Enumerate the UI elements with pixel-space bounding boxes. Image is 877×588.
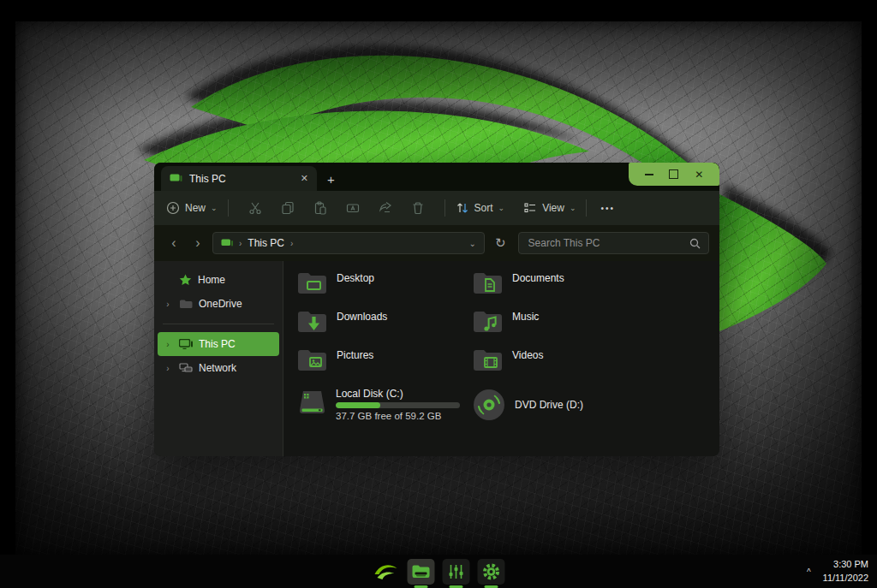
- cut-icon[interactable]: [248, 201, 262, 215]
- running-indicator: [450, 585, 463, 588]
- folder-tile-videos[interactable]: Videos: [472, 347, 647, 385]
- search-icon: [689, 238, 701, 249]
- taskbar: ^ 3:30 PM 11/11/2022: [0, 555, 877, 588]
- tab-title: This PC: [189, 173, 294, 185]
- downloads-folder-icon: [296, 308, 328, 335]
- sliders-mixer-icon: [448, 564, 465, 579]
- videos-folder-icon: [472, 347, 504, 373]
- chevron-down-icon: ⌄: [498, 204, 505, 212]
- view-button[interactable]: View ⌄: [523, 201, 576, 215]
- toolbar-divider: [228, 199, 229, 217]
- expand-chevron-icon[interactable]: ›: [163, 300, 173, 309]
- breadcrumb-chevron-icon: ›: [239, 239, 242, 248]
- clock-date: 11/11/2022: [823, 572, 868, 585]
- command-bar: New ⌄: [154, 191, 719, 225]
- folder-tile-downloads[interactable]: Downloads: [296, 308, 472, 347]
- breadcrumb-chevron-icon[interactable]: ›: [290, 239, 293, 248]
- taskbar-mixer-app[interactable]: [443, 559, 470, 585]
- navigation-pane: Home › OneDrive › This PC ›: [154, 261, 283, 456]
- file-explorer-window: This PC ✕ + ✕ New ⌄: [154, 163, 719, 456]
- address-dropdown-icon[interactable]: ⌄: [469, 239, 476, 248]
- sidebar-item-onedrive[interactable]: › OneDrive: [158, 292, 279, 316]
- view-list-icon: [523, 201, 537, 215]
- tray-chevron-up-icon[interactable]: ^: [807, 567, 811, 577]
- paste-icon[interactable]: [313, 201, 327, 215]
- toolbar-divider: [444, 199, 445, 217]
- taskbar-center-icons: [373, 555, 505, 588]
- breadcrumb-this-pc[interactable]: This PC: [248, 237, 284, 249]
- expand-chevron-icon[interactable]: ›: [163, 340, 173, 349]
- drives-row: Local Disk (C:) 37.7 GB free of 59.2 GB: [296, 388, 719, 422]
- plus-circle-icon: [166, 201, 180, 215]
- this-pc-monitor-icon: [170, 174, 182, 184]
- file-explorer-icon: [412, 564, 431, 579]
- sidebar-item-network[interactable]: › Network: [158, 356, 279, 380]
- drive-tile-local-disk-c[interactable]: Local Disk (C:) 37.7 GB free of 59.2 GB: [296, 388, 472, 422]
- folder-tile-pictures[interactable]: Pictures: [296, 347, 472, 385]
- disk-free-text: 37.7 GB free of 59.2 GB: [336, 411, 460, 421]
- minimize-icon[interactable]: [645, 174, 653, 175]
- taskbar-settings-app[interactable]: [478, 559, 505, 585]
- new-tab-button[interactable]: +: [327, 172, 335, 187]
- tab-close-icon[interactable]: ✕: [301, 173, 308, 184]
- disk-usage-fill: [336, 402, 380, 408]
- close-icon[interactable]: ✕: [695, 169, 703, 181]
- this-pc-monitor-icon: [179, 339, 193, 349]
- documents-folder-icon: [472, 270, 504, 296]
- running-indicator: [485, 585, 498, 588]
- explorer-body: Home › OneDrive › This PC ›: [154, 261, 719, 456]
- forward-button[interactable]: ›: [188, 235, 207, 251]
- refresh-button[interactable]: ↻: [495, 235, 506, 251]
- new-button[interactable]: New ⌄: [166, 201, 218, 215]
- chevron-down-icon: ⌄: [570, 204, 576, 212]
- sidebar-item-this-pc[interactable]: › This PC: [158, 332, 279, 356]
- sidebar-item-home[interactable]: Home: [158, 268, 279, 292]
- expand-chevron-icon[interactable]: ›: [163, 364, 173, 373]
- tab-this-pc[interactable]: This PC ✕: [161, 166, 317, 191]
- clock-time: 3:30 PM: [823, 558, 868, 572]
- running-indicator: [415, 585, 428, 588]
- drive-tile-dvd-d[interactable]: DVD Drive (D:): [472, 388, 647, 422]
- see-more-button[interactable]: •••: [600, 204, 615, 213]
- content-pane: Desktop Documents Do: [283, 261, 719, 456]
- pictures-folder-icon: [296, 347, 328, 373]
- copy-icon[interactable]: [281, 201, 295, 215]
- folders-grid: Desktop Documents Do: [296, 270, 719, 385]
- network-icon: [179, 363, 193, 373]
- folder-tile-desktop[interactable]: Desktop: [296, 270, 472, 308]
- dvd-disc-icon: [472, 388, 506, 422]
- delete-icon[interactable]: [411, 201, 425, 215]
- chevron-down-icon: ⌄: [211, 204, 218, 212]
- share-icon[interactable]: [379, 201, 392, 215]
- search-input[interactable]: [527, 236, 689, 250]
- toolbar-divider: [586, 199, 587, 217]
- address-bar-row: ‹ › › This PC › ⌄ ↻: [154, 225, 719, 261]
- gear-icon: [482, 562, 501, 581]
- this-pc-monitor-icon: [221, 239, 233, 248]
- maximize-icon[interactable]: [669, 169, 678, 179]
- nvidia-logo-icon: [373, 561, 399, 582]
- sidebar-divider: [163, 324, 274, 324]
- window-controls: ✕: [629, 163, 719, 186]
- desktop-folder-icon: [296, 270, 328, 296]
- start-button-nvidia[interactable]: [373, 559, 400, 585]
- system-tray: ^ 3:30 PM 11/11/2022: [807, 555, 868, 588]
- disk-usage-bar: [336, 402, 460, 408]
- rename-icon[interactable]: [346, 201, 360, 215]
- search-box[interactable]: [518, 232, 709, 254]
- music-folder-icon: [472, 308, 504, 335]
- back-button[interactable]: ‹: [164, 235, 183, 251]
- hard-disk-icon: [296, 388, 328, 419]
- taskbar-clock[interactable]: 3:30 PM 11/11/2022: [823, 558, 868, 585]
- folder-tile-documents[interactable]: Documents: [472, 270, 647, 308]
- home-star-icon: [179, 274, 192, 286]
- sort-button[interactable]: Sort ⌄: [456, 201, 505, 215]
- sort-arrows-icon: [456, 201, 469, 215]
- address-bar[interactable]: › This PC › ⌄: [212, 232, 485, 254]
- titlebar: This PC ✕ + ✕: [154, 163, 719, 191]
- taskbar-file-explorer[interactable]: [408, 559, 435, 585]
- onedrive-icon: [179, 299, 193, 309]
- folder-tile-music[interactable]: Music: [472, 308, 647, 347]
